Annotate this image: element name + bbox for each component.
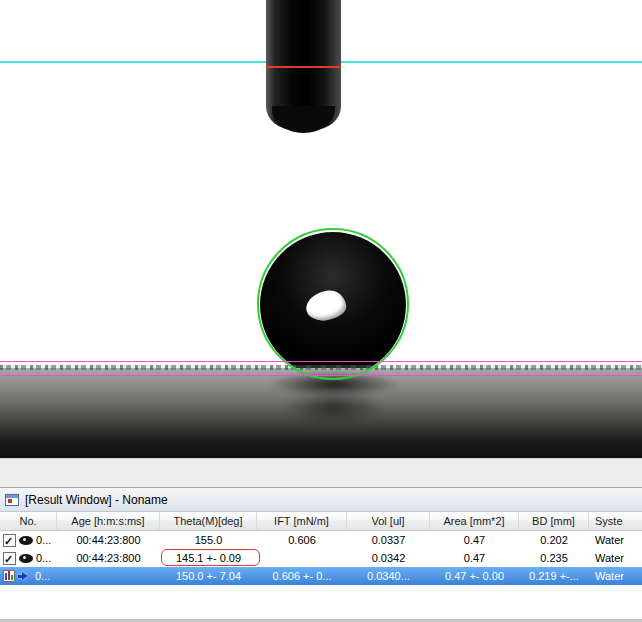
- eye-icon: [19, 536, 33, 545]
- cell-system: Water: [589, 531, 642, 549]
- header-system[interactable]: Syste: [589, 512, 642, 530]
- eye-icon: [19, 554, 33, 563]
- needle-tip-image: [272, 106, 335, 133]
- header-theta[interactable]: Theta(M)[deg]: [160, 512, 257, 530]
- cell-vol: 0.0337: [347, 531, 430, 549]
- header-no[interactable]: No.: [0, 512, 57, 530]
- cell-theta: 145.1 +- 0.09: [160, 549, 257, 567]
- cell-vol: 0.0342: [347, 549, 430, 567]
- cell-area: 0.47: [430, 549, 519, 567]
- row-number: 0...: [35, 567, 50, 585]
- fit-circle-overlay: [257, 228, 409, 380]
- current-row-arrow-icon: [18, 572, 32, 580]
- cell-age: [57, 567, 160, 585]
- cell-area: 0.47: [430, 531, 519, 549]
- result-window-icon[interactable]: [5, 494, 19, 506]
- droplet-reflection-soft: [283, 390, 385, 424]
- result-window: [Result Window] - Noname No. Age [h:m:s:…: [0, 487, 642, 622]
- cell-ift: 0.606: [257, 531, 347, 549]
- cell-theta: 150.0 +- 7.04: [160, 567, 257, 585]
- visibility-checkbox[interactable]: [3, 552, 16, 565]
- app-screen: [Result Window] - Noname No. Age [h:m:s:…: [0, 0, 642, 622]
- window-background-strip: [0, 458, 642, 487]
- cell-no: 0...: [0, 549, 57, 567]
- cell-theta: 155.0: [160, 531, 257, 549]
- cell-system: Water: [589, 549, 642, 567]
- needle-marker-line: [266, 66, 341, 68]
- cell-age: 00:44:23:800: [57, 549, 160, 567]
- cell-ift: [257, 549, 347, 567]
- cell-no: 0...: [0, 567, 57, 585]
- window-title: [Result Window] - Noname: [25, 493, 168, 507]
- baseline-line-lower: [0, 375, 642, 376]
- row-number: 0...: [36, 531, 51, 549]
- table-header: No. Age [h:m:s:ms] Theta(M)[deg] IFT [mN…: [0, 512, 642, 531]
- row-number: 0...: [36, 549, 51, 567]
- cell-no: 0...: [0, 531, 57, 549]
- baseline-line-upper: [0, 361, 642, 362]
- table-row[interactable]: 0... 00:44:23:800 145.1 +- 0.09 0.0342 0…: [0, 549, 642, 567]
- header-age[interactable]: Age [h:m:s:ms]: [57, 512, 160, 530]
- cell-bd: 0.235: [519, 549, 589, 567]
- statistics-icon: [3, 570, 15, 582]
- cell-ift: 0.606 +- 0...: [257, 567, 347, 585]
- visibility-checkbox[interactable]: [3, 534, 16, 547]
- cell-vol: 0.0340...: [347, 567, 430, 585]
- table-row-selected[interactable]: 0... 150.0 +- 7.04 0.606 +- 0... 0.0340.…: [0, 567, 642, 585]
- header-bd[interactable]: BD [mm]: [519, 512, 589, 530]
- header-vol[interactable]: Vol [ul]: [347, 512, 430, 530]
- cell-area: 0.47 +- 0.00: [430, 567, 519, 585]
- cell-age: 00:44:23:800: [57, 531, 160, 549]
- header-area[interactable]: Area [mm*2]: [430, 512, 519, 530]
- camera-view: [0, 0, 642, 458]
- table-row[interactable]: 0... 00:44:23:800 155.0 0.606 0.0337 0.4…: [0, 531, 642, 549]
- cell-bd: 0.219 +-...: [519, 567, 589, 585]
- result-window-title-bar[interactable]: [Result Window] - Noname: [0, 488, 642, 512]
- header-ift[interactable]: IFT [mN/m]: [257, 512, 347, 530]
- cell-system: Water: [589, 567, 642, 585]
- cell-bd: 0.202: [519, 531, 589, 549]
